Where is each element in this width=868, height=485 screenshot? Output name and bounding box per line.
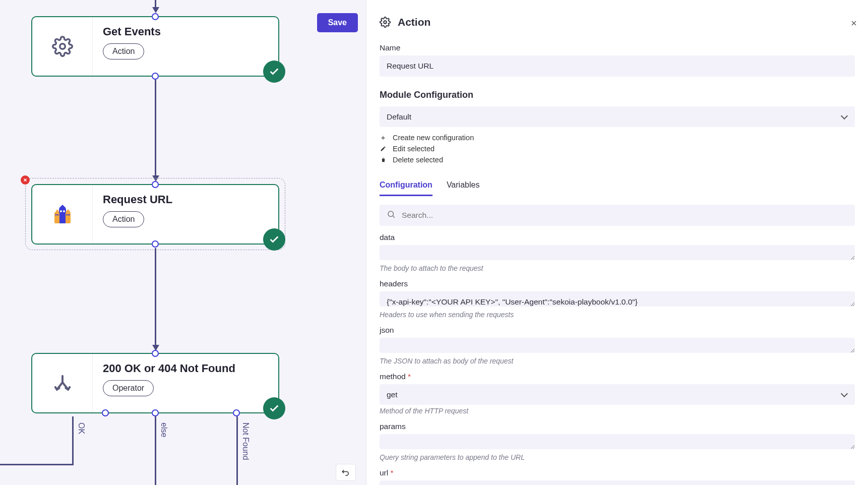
delete-config-label: Delete selected [393, 156, 443, 164]
node-type-badge: Action [103, 211, 144, 227]
plus-icon: + [380, 134, 387, 142]
panel-header: Action [366, 0, 868, 31]
pencil-icon [380, 146, 387, 152]
node-title: 200 OK or 404 Not Found [103, 362, 268, 375]
data-hint: The body to attach to the request [380, 264, 855, 272]
flow-canvas[interactable]: Get Events Action [0, 0, 366, 485]
gear-icon [52, 36, 73, 57]
headers-hint: Headers to use when sending the requests [380, 311, 855, 319]
create-config-label: Create new configuration [393, 134, 474, 142]
port-bottom[interactable] [152, 240, 159, 248]
port-top[interactable] [152, 350, 159, 357]
edge-line [72, 416, 74, 464]
undo-icon [341, 468, 350, 477]
svg-point-4 [60, 210, 62, 212]
json-label: json [380, 326, 855, 335]
delete-config-button[interactable]: Delete selected [380, 154, 855, 165]
method-select[interactable]: get [380, 384, 855, 405]
headers-input[interactable] [380, 291, 855, 307]
status-check-icon [263, 228, 285, 251]
svg-point-15 [388, 211, 394, 217]
svg-line-16 [393, 216, 394, 217]
close-icon [850, 19, 858, 27]
port-top[interactable] [152, 181, 159, 188]
svg-rect-3 [59, 208, 66, 223]
svg-point-0 [59, 44, 65, 49]
node-type-badge: Action [103, 43, 144, 59]
svg-rect-9 [66, 212, 71, 223]
node-icon [32, 17, 93, 76]
port-top[interactable] [152, 13, 159, 20]
url-input[interactable] [380, 480, 855, 485]
svg-point-5 [63, 210, 65, 212]
node-icon [32, 354, 93, 412]
tab-variables[interactable]: Variables [447, 180, 480, 196]
split-icon [53, 374, 72, 393]
params-label: params [380, 422, 855, 431]
params-input[interactable] [380, 434, 855, 449]
method-hint: Method of the HTTP request [380, 407, 855, 415]
status-check-icon [263, 60, 285, 83]
tab-configuration[interactable]: Configuration [380, 180, 432, 196]
name-input[interactable] [380, 55, 855, 77]
search-icon [387, 210, 396, 221]
data-label: data [380, 233, 855, 242]
node-title: Request URL [103, 193, 268, 206]
status-check-icon [263, 397, 285, 419]
edit-config-label: Edit selected [393, 145, 435, 153]
svg-point-8 [57, 214, 58, 216]
gear-icon [380, 17, 391, 28]
undo-button[interactable] [336, 464, 356, 481]
branch-label-not-found: Not Found [241, 422, 250, 460]
module-config-select[interactable]: Default [380, 106, 855, 127]
port-else[interactable] [152, 409, 159, 416]
search-input[interactable] [380, 205, 855, 226]
port-bottom[interactable] [152, 73, 159, 80]
method-label: method * [380, 372, 855, 381]
params-hint: Query string parameters to append to the… [380, 453, 855, 461]
port-not-found[interactable] [233, 409, 240, 416]
svg-point-12 [384, 21, 387, 24]
trash-icon [380, 157, 387, 163]
node-get-events[interactable]: Get Events Action [31, 16, 279, 77]
node-delete-button[interactable] [21, 175, 30, 185]
name-label: Name [380, 43, 855, 52]
edge-line [155, 248, 156, 347]
svg-rect-6 [54, 212, 59, 223]
create-config-button[interactable]: + Create new configuration [380, 132, 855, 143]
port-ok[interactable] [102, 409, 109, 416]
url-label: url * [380, 468, 855, 477]
branch-label-ok: OK [77, 422, 86, 434]
svg-point-11 [68, 214, 70, 216]
branch-label-else: else [159, 422, 168, 437]
edge-line [155, 80, 156, 177]
node-status-operator[interactable]: 200 OK or 404 Not Found Operator [31, 353, 279, 413]
side-panel: Action Name Module Configuration Default… [366, 0, 868, 485]
edge-line [155, 416, 156, 485]
edge-line [0, 464, 74, 465]
json-hint: The JSON to attach as body of the reques… [380, 357, 855, 365]
app-icon [50, 202, 75, 226]
data-input[interactable] [380, 245, 855, 260]
node-request-url[interactable]: Request URL Action [31, 184, 279, 245]
node-title: Get Events [103, 25, 268, 38]
headers-label: headers [380, 279, 855, 288]
node-icon [32, 185, 93, 244]
svg-point-7 [55, 214, 56, 216]
arrowhead-icon [152, 7, 159, 13]
module-config-header: Module Configuration [380, 90, 855, 100]
node-type-badge: Operator [103, 380, 154, 396]
panel-title: Action [398, 16, 430, 28]
edge-line [236, 416, 238, 485]
close-button[interactable] [850, 18, 858, 30]
edit-config-button[interactable]: Edit selected [380, 143, 855, 154]
svg-point-10 [66, 214, 68, 216]
json-input[interactable] [380, 338, 855, 353]
save-button[interactable]: Save [317, 13, 358, 32]
